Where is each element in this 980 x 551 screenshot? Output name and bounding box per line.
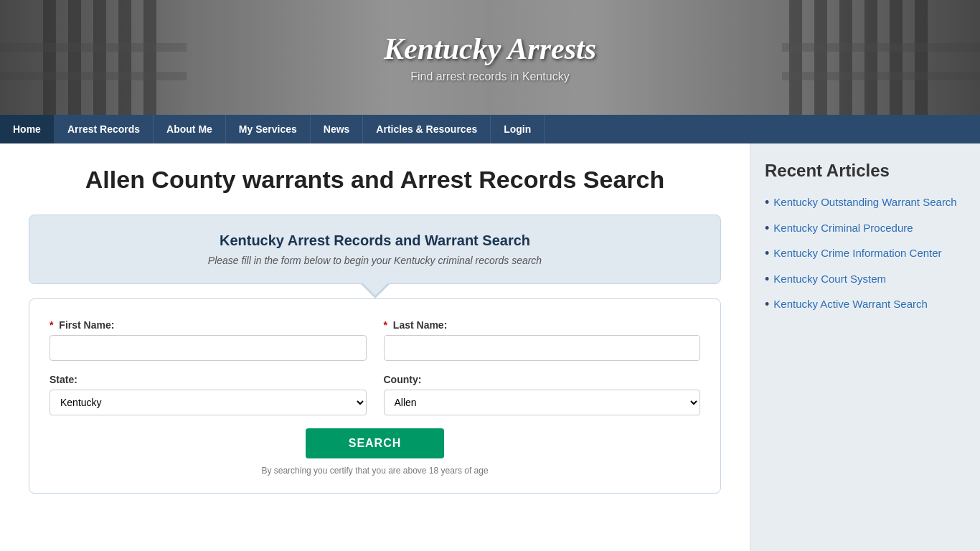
page-container: Allen County warrants and Arrest Records… (0, 143, 980, 551)
header-text: Kentucky Arrests Find arrest records in … (384, 32, 596, 83)
nav-about-me[interactable]: About Me (154, 115, 226, 143)
nav-login[interactable]: Login (491, 115, 545, 143)
sidebar-link-active-warrant[interactable]: Kentucky Active Warrant Search (773, 297, 928, 311)
sidebar-articles-list: • Kentucky Outstanding Warrant Search • … (765, 195, 966, 313)
nav-arrest-records[interactable]: Arrest Records (55, 115, 154, 143)
bullet-icon-3: • (765, 246, 769, 262)
search-btn-row: SEARCH (50, 428, 700, 458)
county-group: County: Allen (384, 374, 701, 415)
last-name-group: * Last Name: (384, 319, 701, 361)
search-form: * First Name: * Last Name: State: (29, 298, 721, 494)
search-info-box: Kentucky Arrest Records and Warrant Sear… (29, 215, 721, 284)
county-label: County: (384, 374, 701, 385)
list-item: • Kentucky Court System (765, 272, 966, 288)
site-tagline: Find arrest records in Kentucky (384, 70, 596, 83)
page-title: Allen County warrants and Arrest Records… (29, 165, 721, 194)
nav-my-services[interactable]: My Services (226, 115, 311, 143)
state-group: State: Kentucky (50, 374, 367, 415)
county-select[interactable]: Allen (384, 390, 701, 415)
name-row: * First Name: * Last Name: (50, 319, 700, 361)
sidebar-link-court[interactable]: Kentucky Court System (773, 272, 886, 286)
bullet-icon-1: • (765, 195, 769, 211)
bullet-icon-5: • (765, 297, 769, 313)
main-nav: Home Arrest Records About Me My Services… (0, 115, 980, 143)
nav-home[interactable]: Home (0, 115, 55, 143)
list-item: • Kentucky Active Warrant Search (765, 297, 966, 313)
list-item: • Kentucky Outstanding Warrant Search (765, 195, 966, 211)
main-content: Allen County warrants and Arrest Records… (0, 143, 750, 551)
last-name-label: * Last Name: (384, 319, 701, 331)
state-label: State: (50, 374, 367, 385)
bullet-icon-2: • (765, 221, 769, 237)
sidebar-title: Recent Articles (765, 161, 966, 181)
sidebar-link-crime-info[interactable]: Kentucky Crime Information Center (773, 246, 941, 260)
bullet-icon-4: • (765, 272, 769, 288)
required-star-first: * (50, 319, 53, 331)
last-name-input[interactable] (384, 335, 701, 361)
search-box-subtitle: Please fill in the form below to begin y… (50, 255, 700, 266)
sidebar-link-criminal-proc[interactable]: Kentucky Criminal Procedure (773, 221, 913, 235)
site-header: Kentucky Arrests Find arrest records in … (0, 0, 980, 115)
site-title: Kentucky Arrests (384, 32, 596, 66)
first-name-label: * First Name: (50, 319, 367, 331)
nav-articles-resources[interactable]: Articles & Resources (363, 115, 491, 143)
form-note: By searching you certify that you are ab… (50, 466, 700, 476)
sidebar-link-outstanding[interactable]: Kentucky Outstanding Warrant Search (773, 195, 956, 209)
sidebar: Recent Articles • Kentucky Outstanding W… (750, 143, 980, 551)
location-row: State: Kentucky County: Allen (50, 374, 700, 415)
box-pointer (361, 284, 390, 298)
list-item: • Kentucky Criminal Procedure (765, 221, 966, 237)
first-name-group: * First Name: (50, 319, 367, 361)
search-button[interactable]: SEARCH (306, 428, 445, 458)
state-select[interactable]: Kentucky (50, 390, 367, 415)
search-box-title: Kentucky Arrest Records and Warrant Sear… (50, 232, 700, 249)
list-item: • Kentucky Crime Information Center (765, 246, 966, 262)
required-star-last: * (384, 319, 387, 331)
first-name-input[interactable] (50, 335, 367, 361)
nav-news[interactable]: News (311, 115, 364, 143)
